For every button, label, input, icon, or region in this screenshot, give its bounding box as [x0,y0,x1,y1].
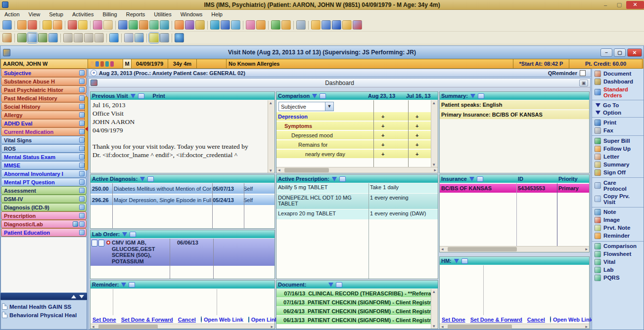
patient-alert-icon[interactable] [110,61,114,67]
expand-icon[interactable] [79,171,85,176]
patient-icon[interactable] [2,20,12,30]
horizontal-scrollbar[interactable] [276,167,438,173]
action-standard-orders[interactable]: Standard Orders [592,85,644,99]
left-collapse-strip[interactable] [85,96,88,170]
qreminder-checkbox[interactable] [580,70,586,76]
scroll-up-icon[interactable] [71,295,76,298]
form-mental-health-gain[interactable]: Mental Health GAIN SS [2,302,86,311]
group-icon[interactable] [149,20,159,30]
horizontal-scrollbar[interactable] [440,246,589,252]
section-mental-pt-question[interactable]: Mental PT Question [1,178,87,186]
action-fax[interactable]: Fax [592,126,644,134]
expand-icon[interactable] [79,179,85,185]
expand-icon[interactable] [79,230,85,235]
help-icon[interactable] [332,20,341,30]
edit-note-icon[interactable] [53,20,62,30]
set-done-forward-link[interactable]: Set Done & Forward [121,317,173,323]
sign-icon[interactable] [2,33,12,42]
expand-icon[interactable] [79,221,85,227]
action-sign-off[interactable]: Sign Off [592,168,644,176]
folder-user-icon[interactable] [256,20,266,30]
set-done-link[interactable]: Set Done [92,317,116,323]
filter-icon[interactable] [122,232,127,237]
document-row[interactable]: 06/24/13 PATIENT CHECKIN (SIGNFORM) - Cl… [276,307,431,315]
action-note[interactable]: Note [592,208,644,216]
cancel-circle-icon[interactable] [175,33,184,42]
section-assessment[interactable]: Assessment [1,186,87,195]
action-care-protocol[interactable]: Care Protocol [592,179,644,192]
action-follow-up[interactable]: Follow Up [592,145,644,153]
schedule-icon[interactable] [175,20,184,30]
section-past-medical-history[interactable]: Past Medical History [1,94,87,102]
card-icon[interactable] [93,20,102,30]
expand-icon[interactable] [79,79,85,84]
action-letter[interactable]: Letter [592,153,644,161]
popout-icon[interactable] [339,176,346,182]
expand-icon[interactable] [79,121,85,126]
menu-utilities[interactable]: Utilities [149,11,176,17]
next-doc-icon[interactable] [38,33,47,42]
expand-icon[interactable] [79,104,85,109]
lab-order-row[interactable]: CMV IGM AB, GLUCOSE,GEST SCREEN (50G), P… [91,239,275,266]
patient-remove-icon[interactable] [28,20,37,30]
expand-icon[interactable] [79,154,85,160]
menu-billing[interactable]: Billing [98,11,121,17]
popout-icon[interactable] [477,176,483,182]
cancel-link[interactable]: Cancel [527,317,545,323]
comparison-section-dropdown[interactable]: Subjective ▼ [278,102,334,111]
lab-result-icon[interactable] [98,240,104,247]
settings-icon[interactable] [160,33,169,42]
action-pqrs[interactable]: PQRS [592,274,644,282]
filter-icon[interactable] [328,283,333,287]
inbox-icon[interactable] [221,20,230,30]
action-comparison[interactable]: Comparison [592,243,644,250]
account-icon[interactable] [139,20,148,30]
prescription-row[interactable]: DONEPEZIL HCL ODT 10 MG TABLET 1 every e… [276,194,438,209]
vertical-scrollbar[interactable] [431,100,438,167]
action-super-bill[interactable]: Super Bill [592,137,644,145]
calendar-icon[interactable] [322,20,331,30]
menu-help[interactable]: Help [207,11,227,17]
section-vital-signs[interactable]: Vital Signs [1,136,87,144]
filter-icon[interactable] [131,94,136,98]
action-image[interactable]: Image [592,216,644,224]
section-subjective[interactable]: Subjective [1,69,87,77]
action-vital[interactable]: Vital [592,258,644,266]
vn-maximize-button[interactable]: ▢ [614,48,626,57]
patient-chart-icon[interactable] [95,61,99,67]
menu-windows[interactable]: Windows [176,11,207,17]
expand-icon[interactable] [79,95,85,101]
action-reminder[interactable]: Reminder [592,232,644,240]
lock-green-icon[interactable] [271,20,280,30]
chevron-down-icon[interactable]: ▼ [325,102,333,111]
popout-icon[interactable] [336,282,342,288]
section-adhd-eval[interactable]: ADHD Eval [1,119,87,127]
diagnosis-row[interactable]: 296.26 Major Depression, Single Episode … [91,195,275,205]
patient-phone-icon[interactable] [105,61,109,67]
action-print[interactable]: Print [592,119,644,126]
filter-icon[interactable] [140,177,145,181]
first-record-icon[interactable] [63,33,73,42]
payment-icon[interactable] [118,20,128,30]
task-icon[interactable] [185,20,194,30]
patient-allergies[interactable]: No Known Allergies [227,59,513,69]
action-private-note[interactable]: Prvt. Note [592,224,644,232]
prev-record-icon[interactable] [74,33,83,42]
lab-report-icon[interactable] [92,240,97,247]
action-lab[interactable]: Lab [592,266,644,274]
lab-flask-icon[interactable] [78,20,88,30]
section-mental-status-exam[interactable]: Mental Status Exam [1,153,87,161]
refresh-icon[interactable] [109,33,119,42]
outbox-icon[interactable] [231,20,240,30]
action-option[interactable]: Option [592,109,644,116]
action-go-to[interactable]: Go To [592,101,644,109]
expand-icon[interactable] [79,196,85,202]
open-link[interactable]: Open Link [251,317,278,323]
popout-icon[interactable] [147,176,154,182]
vn-close-button[interactable]: ✕ [627,48,642,57]
menu-setup[interactable]: Setup [45,11,68,17]
popout-icon[interactable] [320,93,326,99]
open-web-link[interactable]: Open Web Link [204,317,243,323]
scroll-down-icon[interactable] [79,295,84,298]
document-row[interactable]: 07/16/13 PATIENT CHECKIN (SIGNFORM) - Cl… [276,298,431,306]
